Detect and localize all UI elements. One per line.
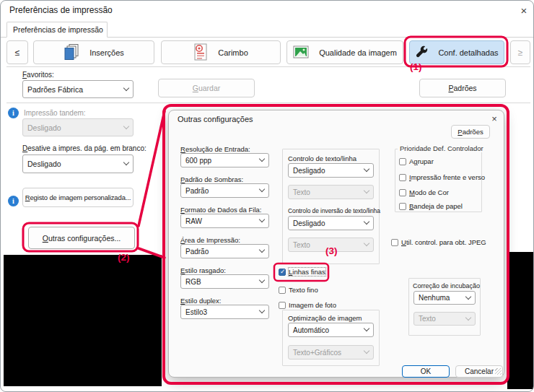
formato-fila-select[interactable]: RAW bbox=[180, 214, 269, 228]
correcao-sub-select: Texto bbox=[413, 312, 476, 326]
carimbo-button[interactable]: Carimbo bbox=[161, 40, 281, 64]
area-impressao-select[interactable]: Padrão bbox=[180, 244, 269, 258]
stacked-pages-icon bbox=[64, 43, 79, 62]
outras-configuracoes-dialog: Outras configurações × Padrões Resolução… bbox=[168, 110, 504, 378]
wrench-icon bbox=[415, 45, 428, 60]
chevron-down-icon bbox=[123, 84, 129, 90]
chevron-down-icon bbox=[364, 166, 369, 172]
bandeja-checkbox-row[interactable]: Bandeja de papel bbox=[399, 202, 463, 210]
scroll-tabs-right-button[interactable]: ≥ bbox=[510, 40, 530, 64]
tab-preferencias-de-impressao[interactable]: Preferências de impressão bbox=[6, 22, 108, 38]
dialog-padroes-button[interactable]: Padrões bbox=[451, 125, 490, 139]
dialog-close-button[interactable]: × bbox=[487, 113, 502, 124]
modo-de-cor-checkbox-row[interactable]: Modo de Cor bbox=[399, 188, 449, 196]
guardar-label: Guardar bbox=[193, 84, 221, 92]
window-title: Preferências de impressão bbox=[9, 5, 113, 15]
outras-label: Outras configurações... bbox=[43, 234, 121, 243]
estilo-rasgado-label: Estilo rasgado: bbox=[180, 266, 226, 274]
info-circle-icon: i bbox=[8, 196, 19, 206]
optimizacao-sub-value: Texto+Gráficos bbox=[293, 349, 341, 357]
resolucao-label: Resolução de Entrada: bbox=[180, 145, 250, 153]
qualidade-label: Qualidade da imagem bbox=[319, 48, 397, 57]
frente-verso-checkbox-row[interactable]: Impressão frente e verso bbox=[399, 173, 485, 181]
checkbox[interactable] bbox=[279, 269, 286, 276]
imagem-de-foto-label: Imagem de foto bbox=[289, 301, 336, 309]
optimizacao-label: Optimização de imagem bbox=[288, 314, 362, 322]
correcao-sub-value: Texto bbox=[419, 315, 436, 323]
registo-imagem-button[interactable]: Registo de imagem personalizada... bbox=[22, 188, 134, 207]
jpeg-checkbox-row[interactable]: Util. control. para obt. JPEG bbox=[391, 238, 486, 246]
outras-configuracoes-button[interactable]: Outras configurações... bbox=[28, 227, 135, 249]
correcao-select[interactable]: Nenhuma bbox=[413, 291, 476, 305]
checkbox[interactable] bbox=[279, 302, 286, 309]
ok-button[interactable]: OK bbox=[402, 365, 450, 378]
favorites-divider bbox=[6, 103, 530, 103]
chevron-down-icon bbox=[465, 314, 471, 320]
bandeja-label: Bandeja de papel bbox=[409, 202, 463, 210]
estilo-duplex-label: Estilo duplex: bbox=[180, 297, 222, 305]
blank-page-select[interactable]: Desligado bbox=[22, 154, 134, 173]
controlo-texto-sub-select: Texto bbox=[288, 185, 374, 199]
optimizacao-select[interactable]: Automático bbox=[288, 323, 374, 337]
greater-equal-icon: ≥ bbox=[518, 48, 523, 58]
correcao-label: Correção de incubação bbox=[413, 282, 480, 289]
checkbox[interactable] bbox=[399, 158, 406, 165]
insercoes-button[interactable]: Inserções bbox=[33, 40, 154, 64]
sombras-label: Padrão de Sombras: bbox=[180, 175, 243, 183]
insercoes-label: Inserções bbox=[89, 48, 124, 57]
chevron-down-icon bbox=[364, 326, 369, 331]
checkbox[interactable] bbox=[391, 239, 398, 246]
frente-verso-label: Impressão frente e verso bbox=[409, 173, 485, 181]
optimizacao-sub-select: Texto+Gráficos bbox=[288, 345, 374, 360]
blank-page-value: Desligado bbox=[27, 160, 61, 168]
close-icon: × bbox=[491, 113, 497, 124]
toolbar-divider bbox=[6, 66, 530, 67]
controlo-inversao-value: Desligado bbox=[293, 219, 325, 227]
resolucao-select[interactable]: 600 ppp bbox=[180, 153, 269, 167]
chevron-down-icon bbox=[259, 247, 265, 253]
chevron-down-icon bbox=[364, 240, 369, 246]
area-impressao-label: Área de Impressão: bbox=[180, 236, 240, 244]
checkbox[interactable] bbox=[399, 189, 406, 196]
favoritos-select[interactable]: Padrões Fábrica bbox=[22, 80, 134, 98]
dialog-title: Outras configurações bbox=[178, 115, 253, 123]
scroll-tabs-left-button[interactable]: ≤ bbox=[6, 40, 28, 64]
agrupar-checkbox-row[interactable]: Agrupar bbox=[399, 157, 434, 165]
resize-grip[interactable] bbox=[495, 368, 502, 375]
chevron-down-icon bbox=[364, 219, 369, 225]
linhas-finas-checkbox-row[interactable]: Linhas finas bbox=[279, 268, 325, 276]
stamp-document-icon bbox=[193, 43, 208, 62]
linhas-finas-label: Linhas finas bbox=[289, 268, 325, 276]
ok-label: OK bbox=[421, 367, 431, 375]
tandem-value: Desligado bbox=[27, 123, 61, 132]
controlo-inversao-select[interactable]: Desligado bbox=[288, 216, 374, 230]
formato-fila-label: Formato de Dados da Fila: bbox=[180, 206, 261, 214]
qualidade-da-imagem-button[interactable]: Qualidade da imagem bbox=[286, 40, 403, 64]
chevron-down-icon bbox=[364, 188, 369, 193]
info-circle-icon: i bbox=[8, 108, 19, 118]
less-equal-icon: ≤ bbox=[15, 48, 20, 58]
checkbox[interactable] bbox=[279, 287, 286, 294]
controlo-texto-label: Controlo de texto/linha bbox=[288, 154, 356, 162]
estilo-rasgado-select[interactable]: RGB bbox=[180, 274, 269, 289]
checkbox[interactable] bbox=[399, 174, 406, 181]
area-impressao-value: Padrão bbox=[185, 248, 209, 256]
formato-fila-value: RAW bbox=[185, 217, 202, 225]
sombras-select[interactable]: Padrão bbox=[180, 183, 269, 198]
checkbox[interactable] bbox=[399, 203, 406, 210]
estilo-duplex-select[interactable]: Estilo3 bbox=[180, 305, 269, 319]
redacted-right-area bbox=[507, 252, 534, 389]
padroes-button[interactable]: Padrões bbox=[419, 79, 506, 97]
controlo-texto-select[interactable]: Desligado bbox=[288, 163, 374, 178]
conf-detalhadas-button[interactable]: Conf. detalhadas bbox=[409, 40, 504, 64]
controlo-inversao-sub-value: Texto bbox=[293, 241, 310, 249]
texto-fino-checkbox-row[interactable]: Texto fino bbox=[279, 286, 318, 294]
guardar-button[interactable]: Guardar bbox=[158, 79, 255, 97]
resolucao-value: 600 ppp bbox=[185, 157, 211, 165]
imagem-de-foto-checkbox-row[interactable]: Imagem de foto bbox=[279, 301, 336, 309]
favoritos-label: Favoritos: bbox=[22, 71, 54, 79]
optimizacao-value: Automático bbox=[293, 326, 329, 334]
chevron-down-icon bbox=[259, 156, 265, 162]
window-close-button[interactable]: × bbox=[515, 2, 533, 18]
chevron-down-icon bbox=[123, 123, 129, 129]
